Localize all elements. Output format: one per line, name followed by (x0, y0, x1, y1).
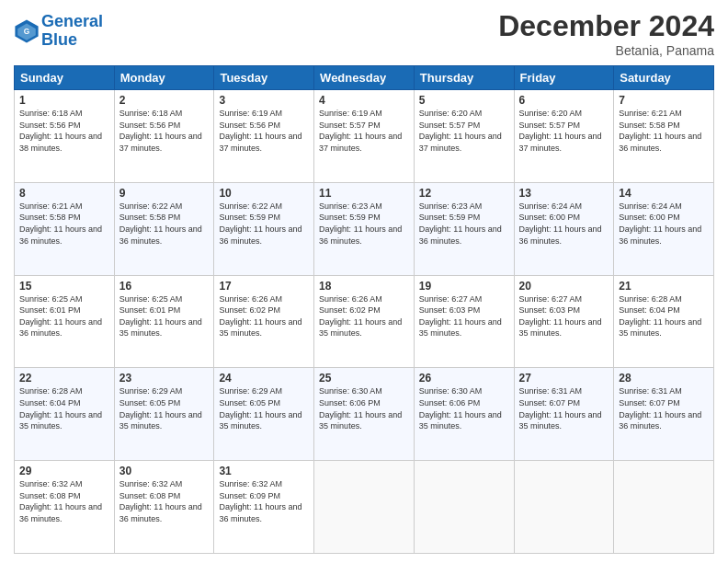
calendar-cell: 19 Sunrise: 6:27 AM Sunset: 6:03 PM Dayl… (414, 275, 514, 368)
day-info: Sunrise: 6:21 AM Sunset: 5:58 PM Dayligh… (619, 108, 709, 154)
day-number: 21 (619, 280, 709, 293)
day-info: Sunrise: 6:24 AM Sunset: 6:00 PM Dayligh… (619, 201, 709, 247)
day-info: Sunrise: 6:23 AM Sunset: 5:59 PM Dayligh… (319, 201, 409, 247)
day-number: 28 (619, 372, 709, 385)
col-monday: Monday (114, 66, 214, 90)
day-number: 23 (119, 372, 210, 385)
week-row-5: 29 Sunrise: 6:32 AM Sunset: 6:08 PM Dayl… (15, 461, 714, 554)
calendar-cell: 13 Sunrise: 6:24 AM Sunset: 6:00 PM Dayl… (514, 182, 614, 275)
location: Betania, Panama (498, 43, 714, 58)
day-info: Sunrise: 6:20 AM Sunset: 5:57 PM Dayligh… (419, 108, 509, 154)
day-number: 16 (119, 280, 210, 293)
calendar-cell: 3 Sunrise: 6:19 AM Sunset: 5:56 PM Dayli… (214, 90, 314, 183)
day-info: Sunrise: 6:26 AM Sunset: 6:02 PM Dayligh… (319, 293, 409, 339)
day-info: Sunrise: 6:19 AM Sunset: 5:57 PM Dayligh… (319, 108, 409, 154)
day-number: 24 (219, 372, 309, 385)
day-number: 29 (19, 465, 109, 477)
col-sunday: Sunday (15, 66, 115, 90)
calendar-cell: 25 Sunrise: 6:30 AM Sunset: 6:06 PM Dayl… (314, 368, 415, 461)
day-number: 12 (419, 187, 509, 200)
calendar-cell: 31 Sunrise: 6:32 AM Sunset: 6:09 PM Dayl… (214, 461, 314, 554)
week-row-1: 1 Sunrise: 6:18 AM Sunset: 5:56 PM Dayli… (15, 90, 714, 183)
calendar-cell (314, 461, 415, 554)
day-info: Sunrise: 6:21 AM Sunset: 5:58 PM Dayligh… (19, 201, 109, 247)
day-info: Sunrise: 6:28 AM Sunset: 6:04 PM Dayligh… (619, 293, 709, 339)
day-number: 15 (19, 280, 109, 293)
col-tuesday: Tuesday (214, 66, 314, 90)
day-info: Sunrise: 6:23 AM Sunset: 5:59 PM Dayligh… (419, 201, 509, 247)
calendar-cell: 24 Sunrise: 6:29 AM Sunset: 6:05 PM Dayl… (214, 368, 314, 461)
day-info: Sunrise: 6:19 AM Sunset: 5:56 PM Dayligh… (219, 108, 309, 154)
page: G General Blue December 2024 Betania, Pa… (0, 0, 728, 563)
day-info: Sunrise: 6:24 AM Sunset: 6:00 PM Dayligh… (519, 201, 609, 247)
day-number: 5 (419, 94, 509, 107)
day-info: Sunrise: 6:20 AM Sunset: 5:57 PM Dayligh… (519, 108, 609, 154)
calendar-cell: 8 Sunrise: 6:21 AM Sunset: 5:58 PM Dayli… (15, 182, 115, 275)
logo: G General Blue (14, 13, 103, 50)
col-thursday: Thursday (414, 66, 514, 90)
day-number: 30 (119, 465, 210, 477)
calendar-cell (414, 461, 514, 554)
day-number: 27 (519, 372, 609, 385)
calendar-cell: 20 Sunrise: 6:27 AM Sunset: 6:03 PM Dayl… (514, 275, 614, 368)
calendar-body: 1 Sunrise: 6:18 AM Sunset: 5:56 PM Dayli… (15, 90, 714, 554)
day-info: Sunrise: 6:27 AM Sunset: 6:03 PM Dayligh… (419, 293, 509, 339)
calendar-cell (614, 461, 714, 554)
calendar-cell: 1 Sunrise: 6:18 AM Sunset: 5:56 PM Dayli… (15, 90, 115, 183)
day-info: Sunrise: 6:32 AM Sunset: 6:08 PM Dayligh… (119, 478, 210, 524)
calendar-cell: 16 Sunrise: 6:25 AM Sunset: 6:01 PM Dayl… (114, 275, 214, 368)
day-number: 7 (619, 94, 709, 107)
day-info: Sunrise: 6:31 AM Sunset: 6:07 PM Dayligh… (619, 385, 709, 431)
day-info: Sunrise: 6:32 AM Sunset: 6:08 PM Dayligh… (19, 478, 109, 524)
day-number: 1 (19, 94, 109, 107)
calendar-cell: 4 Sunrise: 6:19 AM Sunset: 5:57 PM Dayli… (314, 90, 415, 183)
day-number: 20 (519, 280, 609, 293)
calendar-cell: 14 Sunrise: 6:24 AM Sunset: 6:00 PM Dayl… (614, 182, 714, 275)
day-number: 9 (119, 187, 210, 200)
day-info: Sunrise: 6:26 AM Sunset: 6:02 PM Dayligh… (219, 293, 309, 339)
week-row-4: 22 Sunrise: 6:28 AM Sunset: 6:04 PM Dayl… (15, 368, 714, 461)
day-info: Sunrise: 6:25 AM Sunset: 6:01 PM Dayligh… (119, 293, 210, 339)
svg-text:G: G (24, 27, 30, 36)
day-number: 2 (119, 94, 210, 107)
day-info: Sunrise: 6:25 AM Sunset: 6:01 PM Dayligh… (19, 293, 109, 339)
calendar-cell: 17 Sunrise: 6:26 AM Sunset: 6:02 PM Dayl… (214, 275, 314, 368)
day-info: Sunrise: 6:31 AM Sunset: 6:07 PM Dayligh… (519, 385, 609, 431)
day-info: Sunrise: 6:27 AM Sunset: 6:03 PM Dayligh… (519, 293, 609, 339)
day-info: Sunrise: 6:18 AM Sunset: 5:56 PM Dayligh… (19, 108, 109, 154)
day-info: Sunrise: 6:30 AM Sunset: 6:06 PM Dayligh… (419, 385, 509, 431)
calendar-cell: 15 Sunrise: 6:25 AM Sunset: 6:01 PM Dayl… (15, 275, 115, 368)
calendar-cell: 12 Sunrise: 6:23 AM Sunset: 5:59 PM Dayl… (414, 182, 514, 275)
calendar-cell: 6 Sunrise: 6:20 AM Sunset: 5:57 PM Dayli… (514, 90, 614, 183)
header-row: Sunday Monday Tuesday Wednesday Thursday… (15, 66, 714, 90)
calendar-cell: 2 Sunrise: 6:18 AM Sunset: 5:56 PM Dayli… (114, 90, 214, 183)
calendar-cell: 11 Sunrise: 6:23 AM Sunset: 5:59 PM Dayl… (314, 182, 415, 275)
calendar-cell (514, 461, 614, 554)
calendar-cell: 9 Sunrise: 6:22 AM Sunset: 5:58 PM Dayli… (114, 182, 214, 275)
day-number: 11 (319, 187, 409, 200)
day-number: 10 (219, 187, 309, 200)
week-row-2: 8 Sunrise: 6:21 AM Sunset: 5:58 PM Dayli… (15, 182, 714, 275)
calendar-cell: 5 Sunrise: 6:20 AM Sunset: 5:57 PM Dayli… (414, 90, 514, 183)
logo-text: General Blue (41, 13, 103, 50)
day-info: Sunrise: 6:29 AM Sunset: 6:05 PM Dayligh… (219, 385, 309, 431)
day-number: 18 (319, 280, 409, 293)
day-number: 26 (419, 372, 509, 385)
day-info: Sunrise: 6:28 AM Sunset: 6:04 PM Dayligh… (19, 385, 109, 431)
month-title: December 2024 (498, 9, 714, 43)
calendar-cell: 7 Sunrise: 6:21 AM Sunset: 5:58 PM Dayli… (614, 90, 714, 183)
day-number: 8 (19, 187, 109, 200)
day-number: 13 (519, 187, 609, 200)
day-info: Sunrise: 6:30 AM Sunset: 6:06 PM Dayligh… (319, 385, 409, 431)
day-number: 19 (419, 280, 509, 293)
day-number: 3 (219, 94, 309, 107)
day-number: 31 (219, 465, 309, 477)
calendar-cell: 28 Sunrise: 6:31 AM Sunset: 6:07 PM Dayl… (614, 368, 714, 461)
day-info: Sunrise: 6:32 AM Sunset: 6:09 PM Dayligh… (219, 478, 309, 524)
col-friday: Friday (514, 66, 614, 90)
calendar-header: Sunday Monday Tuesday Wednesday Thursday… (15, 66, 714, 90)
day-number: 4 (319, 94, 409, 107)
calendar-cell: 22 Sunrise: 6:28 AM Sunset: 6:04 PM Dayl… (15, 368, 115, 461)
calendar-cell: 29 Sunrise: 6:32 AM Sunset: 6:08 PM Dayl… (15, 461, 115, 554)
title-area: December 2024 Betania, Panama (498, 9, 714, 58)
